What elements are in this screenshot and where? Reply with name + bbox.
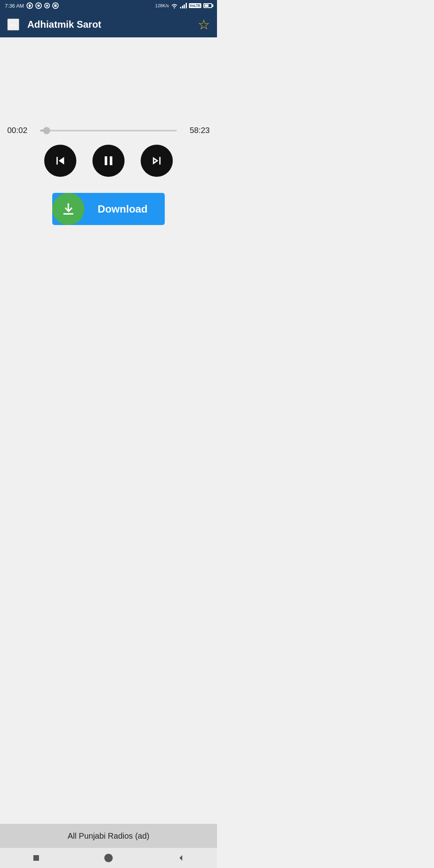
pause-icon: [101, 153, 116, 168]
download-icon-circle: [52, 193, 84, 225]
status-right: 128K/s VoLTE: [155, 3, 212, 8]
status-icon-4: [52, 2, 59, 9]
download-icon: [60, 201, 77, 217]
page-title: Adhiatmik Sarot: [27, 19, 190, 30]
pause-button[interactable]: [92, 145, 125, 177]
status-bar: 7:36 AM 128K/s VoLTE: [0, 0, 217, 11]
status-time: 7:36 AM: [5, 3, 24, 9]
status-icon-1: [27, 2, 33, 9]
signal-icon: [180, 3, 187, 8]
status-left: 7:36 AM: [5, 2, 59, 9]
skip-previous-icon: [53, 153, 68, 168]
player-section: 00:02 58:23: [0, 126, 217, 225]
battery-icon: [203, 3, 212, 8]
progress-thumb[interactable]: [43, 127, 50, 134]
main-content: 00:02 58:23: [0, 37, 217, 399]
status-icon-2: [35, 2, 42, 9]
back-button[interactable]: ←: [7, 18, 19, 31]
skip-next-icon: [149, 153, 164, 168]
controls-row: [44, 145, 173, 177]
total-time: 58:23: [182, 126, 210, 135]
svg-point-0: [37, 4, 40, 7]
download-label: Download: [84, 203, 165, 215]
wifi-icon: [171, 3, 178, 8]
prev-button[interactable]: [44, 145, 76, 177]
status-icon-3: [44, 3, 50, 8]
current-time: 00:02: [7, 126, 35, 135]
progress-bar[interactable]: [40, 130, 177, 131]
volte-badge: VoLTE: [189, 3, 201, 8]
svg-rect-1: [54, 4, 57, 7]
progress-row: 00:02 58:23: [7, 126, 210, 135]
next-button[interactable]: [141, 145, 173, 177]
download-button[interactable]: Download: [52, 193, 165, 225]
favorite-button[interactable]: ☆: [198, 16, 210, 33]
top-bar: ← Adhiatmik Sarot ☆: [0, 11, 217, 37]
network-speed: 128K/s: [155, 3, 169, 8]
